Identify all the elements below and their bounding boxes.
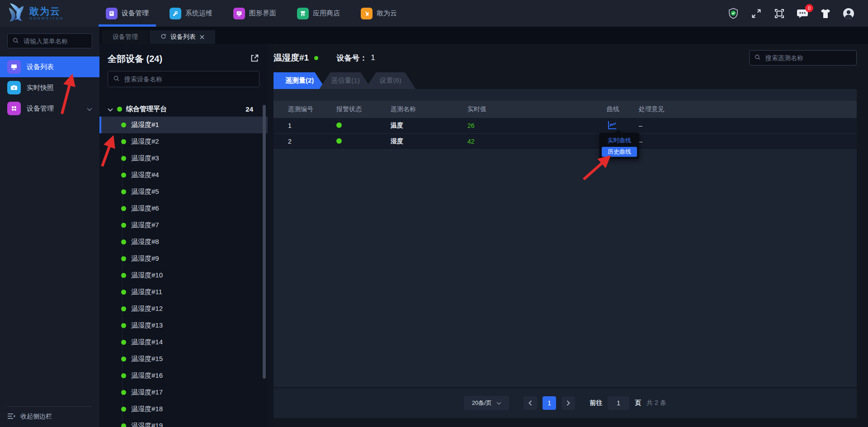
sidebar-item-snapshot[interactable]: 实时快照 <box>0 77 99 98</box>
tree-item[interactable]: 温湿度#13 <box>99 317 268 334</box>
tree-root-node[interactable]: 综合管理平台 24 <box>108 102 259 116</box>
page-number-button[interactable]: 1 <box>542 396 556 410</box>
tree-item[interactable]: 温湿度#12 <box>99 300 268 317</box>
menu-item-history-curve[interactable]: 历史曲线 <box>602 147 637 157</box>
content-area: 设备管理 设备列表 全部设备 (24) <box>99 27 868 427</box>
tree-item[interactable]: 温湿度#8 <box>99 234 268 250</box>
nav-item-system-ops[interactable]: 系统运维 <box>170 0 212 27</box>
telemetry-search[interactable] <box>749 50 857 66</box>
tree-item-label: 温湿度#3 <box>131 154 159 163</box>
tree-item[interactable]: 温湿度#4 <box>99 167 268 183</box>
telemetry-search-input[interactable] <box>764 54 852 62</box>
sidebar-item-device-manage[interactable]: 设备管理 <box>0 98 99 119</box>
topbar: 敢为云 GANWEIYUN 设备管理 系统运维 图形界面 应用商 <box>0 0 868 27</box>
page-tab-label: 设备列表 <box>170 33 196 41</box>
tree-item[interactable]: 温湿度#5 <box>99 183 268 200</box>
nav-item-ganwei-cloud[interactable]: 敢为云 <box>361 0 397 27</box>
page-unit-label: 页 <box>635 399 641 407</box>
prev-page-button[interactable] <box>524 396 537 410</box>
main-layout: 设备列表 实时快照 设备管理 <box>0 27 868 427</box>
topbar-actions: 0 <box>727 8 868 19</box>
tree-scrollbar[interactable] <box>263 105 266 379</box>
sidebar-item-label: 设备列表 <box>27 63 54 71</box>
device-detail-panel: 温湿度#1 设备号： 1 遥测量(2) 遥信量(1) 设置(6) <box>274 44 868 427</box>
tree-item[interactable]: 温湿度#11 <box>99 284 268 300</box>
tree-item[interactable]: 温湿度#6 <box>99 200 268 217</box>
tree-item[interactable]: 温湿度#14 <box>99 334 268 351</box>
nav-item-device-manage[interactable]: 设备管理 <box>106 0 149 27</box>
nav-item-graphic-ui[interactable]: 图形界面 <box>233 0 276 27</box>
brand-butterfly-logo-icon <box>5 1 26 25</box>
brand: 敢为云 GANWEIYUN <box>0 1 99 25</box>
refresh-icon[interactable] <box>160 33 166 41</box>
tree-children: 温湿度#1温湿度#2温湿度#3温湿度#4温湿度#5温湿度#6温湿度#7温湿度#8… <box>99 117 268 427</box>
search-icon <box>113 75 120 83</box>
sidebar-item-device-list[interactable]: 设备列表 <box>0 56 99 77</box>
tree-item[interactable]: 温湿度#9 <box>99 250 268 267</box>
column-header: 遥测编号 <box>288 105 336 113</box>
security-shield-icon[interactable] <box>727 8 739 19</box>
user-avatar[interactable] <box>843 8 854 19</box>
cell-telemetry-id: 1 <box>288 122 336 129</box>
tree-item[interactable]: 温湿度#7 <box>99 217 268 234</box>
collapse-sidebar-button[interactable]: 收起侧边栏 <box>7 413 92 421</box>
tree-item[interactable]: 温湿度#16 <box>99 367 268 384</box>
line-chart-icon[interactable] <box>607 120 639 131</box>
tree-item[interactable]: 温湿度#17 <box>99 384 268 401</box>
tree-search[interactable] <box>108 71 259 87</box>
nav-item-app-store[interactable]: 应用商店 <box>297 0 340 27</box>
status-dot <box>121 390 126 395</box>
device-name: 温湿度#1 <box>274 52 309 64</box>
content-body: 全部设备 (24) 综合管理平台 <box>99 44 868 427</box>
tree-item[interactable]: 温湿度#18 <box>99 401 268 418</box>
tree-item[interactable]: 温湿度#3 <box>99 150 268 167</box>
next-page-button[interactable] <box>561 396 575 410</box>
column-header: 实时值 <box>467 105 607 113</box>
messages-icon[interactable]: 0 <box>797 8 808 19</box>
alarm-status-dot <box>336 138 391 145</box>
page-size-select[interactable]: 20条/页 <box>464 396 509 410</box>
status-dot <box>121 189 126 194</box>
tree-item[interactable]: 温湿度#10 <box>99 267 268 284</box>
sidebar-search-input[interactable] <box>23 37 87 45</box>
table-row: 2 湿度 42 – <box>274 134 857 150</box>
tree-search-input[interactable] <box>123 75 254 83</box>
page-tab-device-manage[interactable]: 设备管理 <box>102 30 149 44</box>
tree-item[interactable]: 温湿度#2 <box>99 133 268 150</box>
tree-item-label: 温湿度#14 <box>131 338 163 347</box>
tab-settings[interactable]: 设置(6) <box>365 72 416 89</box>
status-dot <box>117 107 122 112</box>
table-row: 1 温度 26 – <box>274 118 857 134</box>
pagination-bar: 20条/页 1 前往 页 <box>274 387 857 418</box>
column-header: 曲线 <box>607 105 639 113</box>
menu-item-realtime-curve[interactable]: 实时曲线 <box>602 136 637 145</box>
chevron-down-icon <box>87 105 92 113</box>
fullscreen-icon[interactable] <box>750 8 762 19</box>
collapse-sidebar-icon <box>7 413 15 421</box>
page-tab-device-list[interactable]: 设备列表 <box>150 30 215 44</box>
sidebar-menu: 设备列表 实时快照 设备管理 <box>0 56 99 119</box>
tree-root-count: 24 <box>245 105 253 113</box>
close-tab-icon[interactable] <box>200 33 204 41</box>
status-dot <box>121 223 126 228</box>
sidebar-search[interactable] <box>7 33 92 48</box>
tree-item[interactable]: 温湿度#15 <box>99 351 268 367</box>
column-header: 处理意见 <box>639 105 857 113</box>
total-count-label: 共 2 条 <box>646 399 666 407</box>
tab-signals[interactable]: 遥信量(1) <box>319 72 371 89</box>
chevron-down-icon[interactable] <box>108 105 113 113</box>
tab-telemetry[interactable]: 遥测量(2) <box>274 72 326 89</box>
tree-item-label: 温湿度#8 <box>131 238 159 246</box>
goto-page-input[interactable] <box>608 396 629 410</box>
theme-shirt-icon[interactable] <box>820 8 831 19</box>
chevron-down-icon <box>496 402 501 405</box>
open-external-icon[interactable] <box>250 53 259 65</box>
page-size-value: 20条/页 <box>472 399 492 407</box>
tree-item-label: 温湿度#4 <box>131 171 159 179</box>
tree-item-label: 温湿度#1 <box>131 121 159 129</box>
column-header: 报警状态 <box>336 105 391 113</box>
status-dot <box>121 423 126 427</box>
tree-item[interactable]: 温湿度#19 <box>99 418 268 427</box>
screenshot-frame-icon[interactable] <box>774 8 785 19</box>
tree-item[interactable]: 温湿度#1 <box>99 117 268 133</box>
